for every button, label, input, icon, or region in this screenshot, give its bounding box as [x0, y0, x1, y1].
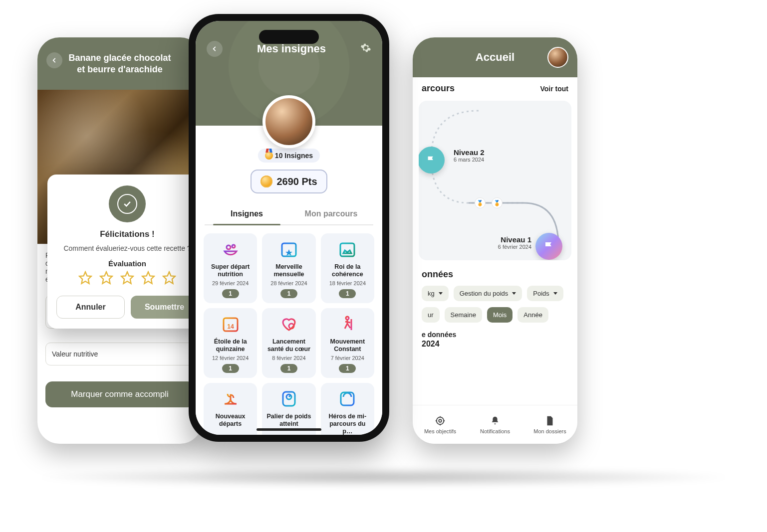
badge-name: Étoile de la quinzaine	[207, 338, 254, 353]
badge-card[interactable]: Super départ nutrition29 février 20241	[204, 233, 257, 303]
cancel-button[interactable]: Annuler	[56, 296, 125, 319]
submit-button[interactable]: Soumettre	[131, 296, 198, 319]
star-4[interactable]	[141, 271, 155, 287]
svg-text:14: 14	[227, 323, 234, 330]
success-check-icon	[109, 185, 146, 222]
badge-name: Merveille mensuelle	[265, 263, 312, 278]
cal14-badge-icon: 14	[220, 313, 242, 335]
badge-count: 1	[280, 364, 297, 373]
file-icon	[544, 415, 555, 426]
badge-count: 1	[222, 364, 239, 373]
settings-button[interactable]	[360, 42, 371, 55]
filter-chip[interactable]: Année	[517, 307, 548, 323]
bottom-tab-bar: Mes objectifs Notifications Mon dossiers	[413, 405, 577, 444]
badge-card[interactable]: Nouveaux départs	[204, 383, 257, 435]
scale-badge-icon	[278, 388, 300, 410]
badge-card[interactable]: 14Étoile de la quinzaine12 février 20241	[204, 308, 257, 378]
filter-chip[interactable]: Poids	[527, 286, 563, 301]
badge-count: 1	[339, 289, 356, 298]
bell-icon	[490, 415, 501, 426]
nutrition-section[interactable]: Valeur nutritive	[45, 343, 194, 365]
badge-card[interactable]: Mouvement Constant7 février 20241	[321, 308, 374, 378]
filter-chip[interactable]: Semaine	[445, 307, 482, 323]
bowl-badge-icon	[220, 238, 242, 260]
hiker-badge-icon	[336, 313, 358, 335]
recipe-title: Banane glacée chocolat et beurre d'arach…	[68, 52, 171, 75]
rating-modal: Félicitations ! Comment évalueriez-vous …	[47, 175, 202, 329]
heart-badge-icon	[278, 313, 300, 335]
weigh-badge-icon	[336, 388, 358, 410]
star-2[interactable]	[99, 271, 113, 287]
data-meta-date: 2024	[413, 339, 577, 349]
badge-name: Lancement santé du cœur	[265, 338, 312, 353]
filter-chip[interactable]: Mois	[487, 307, 512, 323]
profile-avatar[interactable]	[547, 47, 568, 68]
svg-marker-2	[79, 272, 91, 283]
level-1-name: Niveau 1	[498, 235, 531, 244]
filter-chip[interactable]: ur	[422, 307, 440, 323]
badge-name: Palier de poids atteint	[265, 413, 312, 428]
journey-mini-badge-1: 🏅	[475, 197, 486, 208]
badge-name: Nouveaux départs	[207, 413, 254, 428]
back-button[interactable]	[207, 41, 223, 57]
level-2-name: Niveau 2	[454, 148, 485, 157]
badge-name: Mouvement Constant	[324, 338, 371, 353]
level-2-flag-icon[interactable]	[419, 147, 445, 174]
medal-icon	[265, 152, 273, 160]
svg-rect-18	[340, 243, 354, 256]
badge-count: 1	[280, 289, 297, 298]
evaluation-label: Évaluation	[56, 259, 198, 268]
calendar-badge-icon	[278, 238, 300, 260]
star-1[interactable]	[78, 271, 92, 287]
data-section-title: onnées	[413, 260, 577, 283]
modal-title: Félicitations !	[56, 229, 198, 239]
filter-chip[interactable]: kg	[422, 286, 449, 301]
crown-badge-icon	[336, 238, 358, 260]
sprout-badge-icon	[220, 388, 242, 410]
badge-card[interactable]: Roi de la cohérence18 février 20241	[321, 233, 374, 303]
star-5[interactable]	[162, 271, 176, 287]
back-button[interactable]	[46, 52, 62, 68]
tab-notifications[interactable]: Notifications	[468, 405, 522, 444]
gear-icon	[360, 42, 371, 53]
mark-done-button[interactable]: Marquer comme accompli	[45, 381, 194, 407]
svg-point-7	[437, 417, 444, 424]
svg-point-8	[439, 419, 442, 422]
tab-badges[interactable]: Insignes	[205, 204, 289, 224]
badge-card[interactable]: Lancement santé du cœur8 février 20241	[262, 308, 315, 378]
tab-journey[interactable]: Mon parcours	[289, 204, 373, 224]
svg-marker-5	[142, 272, 154, 283]
badges-title: Mes insignes	[257, 42, 326, 55]
svg-rect-30	[341, 392, 354, 405]
star-3[interactable]	[120, 271, 134, 287]
profile-avatar[interactable]	[262, 95, 315, 148]
badge-date: 12 février 2024	[212, 355, 249, 361]
svg-line-29	[289, 395, 290, 397]
home-title: Accueil	[443, 51, 547, 64]
journey-map[interactable]: Niveau 2 6 mars 2024 🏅 🏅 Niveau 1 6 févr…	[419, 101, 571, 260]
svg-point-13	[227, 245, 231, 249]
badge-date: 28 février 2024	[270, 280, 307, 286]
badge-card[interactable]: Héros de mi-parcours du p…	[321, 383, 374, 435]
tab-objectives[interactable]: Mes objectifs	[413, 405, 468, 444]
home-indicator	[256, 428, 321, 431]
svg-marker-3	[100, 272, 112, 283]
badge-card[interactable]: Merveille mensuelle28 février 20241	[262, 233, 315, 303]
journey-mini-badge-2: 🏅	[492, 197, 503, 208]
badge-date: 29 février 2024	[212, 280, 249, 286]
coin-icon	[260, 176, 272, 187]
level-2-date: 6 mars 2024	[454, 157, 485, 163]
level-1-flag-icon[interactable]	[535, 233, 562, 260]
tab-dossiers[interactable]: Mon dossiers	[522, 405, 577, 444]
svg-marker-17	[285, 249, 292, 256]
device-notch	[259, 30, 319, 44]
badge-card[interactable]: Palier de poids atteint	[262, 383, 315, 435]
svg-point-14	[232, 245, 235, 248]
svg-point-26	[346, 317, 349, 320]
filter-chip[interactable]: Gestion du poids	[454, 286, 522, 301]
svg-marker-6	[163, 272, 175, 283]
badge-date: 7 février 2024	[331, 355, 364, 361]
see-all-link[interactable]: Voir tout	[540, 85, 568, 93]
level-1-date: 6 février 2024	[498, 244, 531, 250]
points-chip: 2690 Pts	[251, 170, 327, 193]
